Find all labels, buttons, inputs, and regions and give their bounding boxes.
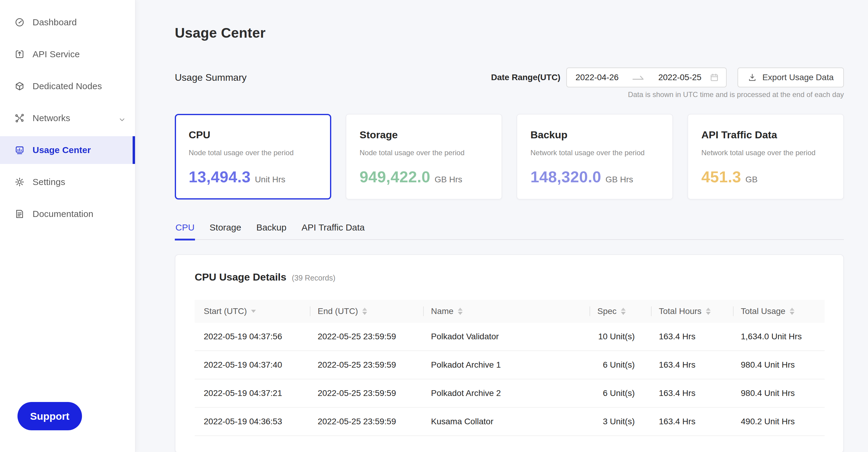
swap-right-icon (619, 74, 658, 81)
support-button[interactable]: Support (18, 402, 82, 430)
network-icon (14, 113, 25, 123)
sidebar-item-networks[interactable]: Networks (0, 104, 135, 132)
api-box-icon (14, 49, 25, 59)
card-backup[interactable]: Backup Network total usage over the peri… (517, 114, 673, 199)
cell-name: Polkadot Archive 2 (423, 388, 590, 398)
date-start-input[interactable]: 2022-04-26 (575, 73, 618, 82)
cell-spec: 6 Unit(s) (590, 388, 651, 398)
card-unit: GB (745, 175, 757, 185)
card-value: 451.3 (701, 168, 741, 186)
cell-total-hours: 163.4 Hrs (651, 417, 733, 426)
cell-start: 2022-05-19 04:37:40 (195, 360, 310, 370)
sidebar-item-label: Dedicated Nodes (33, 81, 102, 91)
table-body: 2022-05-19 04:37:56 2022-05-25 23:59:59 … (195, 323, 825, 436)
cell-total-hours: 163.4 Hrs (651, 332, 733, 342)
table-header-row: Start (UTC) End (UTC) Name Spec Total Ho… (195, 300, 825, 323)
cell-name: Polkadot Archive 1 (423, 360, 590, 370)
table-row: 2022-05-19 04:37:40 2022-05-25 23:59:59 … (195, 351, 825, 379)
usage-summary-heading: Usage Summary (175, 72, 247, 83)
summary-bar: Usage Summary Date Range(UTC) 2022-04-26… (175, 67, 844, 87)
details-title: CPU Usage Details (195, 271, 286, 283)
chevron-down-icon[interactable] (119, 115, 125, 122)
card-subtitle: Network total usage over the period (530, 149, 659, 157)
tab-cpu[interactable]: CPU (175, 222, 195, 240)
download-icon (748, 73, 757, 82)
table-row: 2022-05-19 04:37:21 2022-05-25 23:59:59 … (195, 379, 825, 408)
table-row: 2022-05-19 04:37:56 2022-05-25 23:59:59 … (195, 323, 825, 351)
cube-icon (14, 81, 25, 91)
cell-start: 2022-05-19 04:37:21 (195, 388, 310, 398)
card-value: 148,320.0 (530, 168, 601, 186)
column-header-total-hours[interactable]: Total Hours (651, 300, 733, 323)
sort-icon (621, 308, 626, 315)
sort-icon (789, 308, 795, 315)
cell-total-hours: 163.4 Hrs (651, 388, 733, 398)
card-value: 13,494.3 (189, 168, 251, 186)
main-content: Usage Center Usage Summary Date Range(UT… (135, 25, 868, 452)
sidebar: Dashboard API Service Dedicated Nodes Ne… (0, 0, 135, 452)
cell-total-usage: 980.4 Unit Hrs (733, 360, 825, 370)
card-unit: GB Hrs (435, 175, 462, 185)
sort-desc-icon (251, 310, 256, 313)
sidebar-item-settings[interactable]: Settings (0, 168, 135, 196)
card-title: API Traffic Data (701, 129, 830, 141)
cell-spec: 3 Unit(s) (590, 417, 651, 426)
card-value: 949,422.0 (360, 168, 430, 186)
summary-cards: CPU Node total usage over the period 13,… (175, 114, 844, 199)
sidebar-item-label: Settings (33, 177, 65, 187)
tab-api-traffic-data[interactable]: API Traffic Data (301, 222, 366, 240)
detail-tabs: CPU Storage Backup API Traffic Data (175, 222, 844, 240)
sort-icon (362, 308, 367, 315)
gear-icon (14, 177, 25, 187)
sidebar-item-usage-center[interactable]: Usage Center (0, 136, 135, 164)
column-header-start-utc[interactable]: Start (UTC) (195, 300, 310, 323)
cell-total-hours: 163.4 Hrs (651, 360, 733, 370)
cell-spec: 10 Unit(s) (590, 332, 651, 342)
cell-spec: 6 Unit(s) (590, 360, 651, 370)
sidebar-item-label: Usage Center (33, 145, 91, 155)
sort-icon (706, 308, 711, 315)
card-api-traffic[interactable]: API Traffic Data Network total usage ove… (687, 114, 844, 199)
export-usage-data-button[interactable]: Export Usage Data (738, 67, 844, 87)
cell-end: 2022-05-25 23:59:59 (310, 417, 423, 426)
column-header-name[interactable]: Name (423, 300, 590, 323)
column-header-spec[interactable]: Spec (590, 300, 651, 323)
sort-icon (458, 308, 463, 315)
date-range-label: Date Range(UTC) (491, 73, 560, 82)
card-title: Backup (530, 129, 659, 141)
calendar-icon[interactable] (710, 73, 719, 82)
sidebar-item-api-service[interactable]: API Service (0, 40, 135, 68)
column-header-end-utc[interactable]: End (UTC) (310, 300, 423, 323)
cpu-usage-details-card: CPU Usage Details (39 Records) Start (UT… (175, 254, 844, 452)
card-subtitle: Network total usage over the period (701, 149, 830, 157)
usage-chart-icon (14, 145, 25, 155)
cell-end: 2022-05-25 23:59:59 (310, 332, 423, 342)
tab-storage[interactable]: Storage (209, 222, 242, 240)
records-count: (39 Records) (292, 273, 336, 282)
date-end-input[interactable]: 2022-05-25 (658, 73, 701, 82)
cell-total-usage: 1,634.0 Unit Hrs (733, 332, 825, 342)
cell-end: 2022-05-25 23:59:59 (310, 388, 423, 398)
sidebar-item-dashboard[interactable]: Dashboard (0, 8, 135, 36)
cell-name: Kusama Collator (423, 417, 590, 426)
column-header-total-usage[interactable]: Total Usage (733, 300, 825, 323)
card-title: Storage (360, 129, 488, 141)
sidebar-item-label: API Service (33, 49, 80, 59)
sidebar-item-label: Networks (33, 113, 70, 123)
date-range-picker[interactable]: 2022-04-26 2022-05-25 (566, 67, 727, 87)
card-subtitle: Node total usage over the period (189, 149, 317, 157)
table-row: 2022-05-19 04:36:53 2022-05-25 23:59:59 … (195, 408, 825, 436)
page-title: Usage Center (175, 25, 844, 41)
card-subtitle: Node total usage over the period (360, 149, 488, 157)
cell-total-usage: 490.2 Unit Hrs (733, 417, 825, 426)
tab-backup[interactable]: Backup (255, 222, 287, 240)
cell-name: Polkadot Validator (423, 332, 590, 342)
card-unit: Unit Hrs (255, 175, 285, 185)
card-cpu[interactable]: CPU Node total usage over the period 13,… (175, 114, 331, 199)
card-storage[interactable]: Storage Node total usage over the period… (346, 114, 502, 199)
cell-start: 2022-05-19 04:36:53 (195, 417, 310, 426)
sidebar-item-dedicated-nodes[interactable]: Dedicated Nodes (0, 72, 135, 100)
sidebar-item-label: Dashboard (33, 17, 77, 27)
sidebar-item-documentation[interactable]: Documentation (0, 200, 135, 228)
usage-table: Start (UTC) End (UTC) Name Spec Total Ho… (195, 300, 825, 436)
